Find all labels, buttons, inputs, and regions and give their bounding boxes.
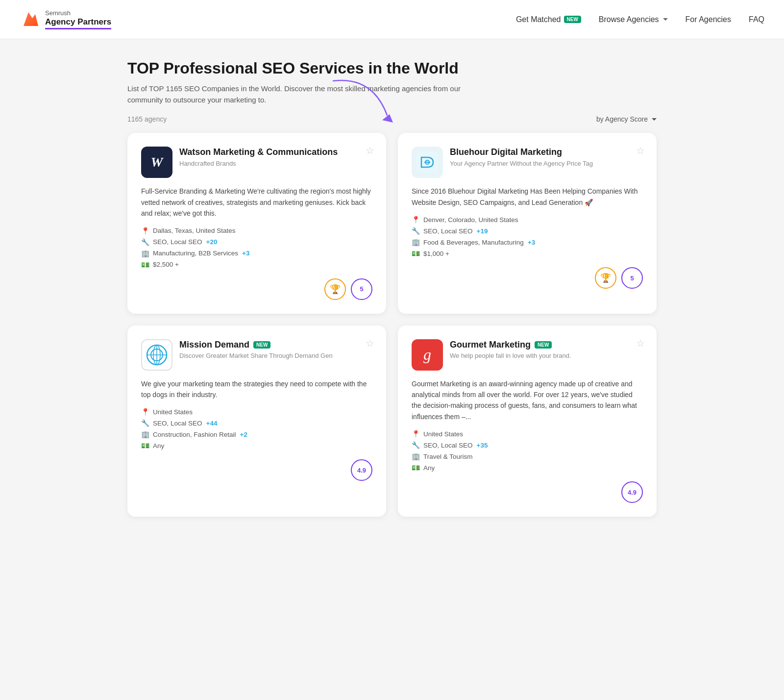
industries-extra-watson: +3 [242, 250, 249, 257]
mission-logo-svg [143, 341, 171, 369]
card-meta-bluehour: 📍 Denver, Colorado, United States 🔧 SEO,… [412, 216, 643, 257]
agency-name-mission: Mission Demand [179, 339, 249, 350]
services-extra-gourmet: +35 [477, 442, 488, 449]
location-row-gourmet: 📍 United States [412, 430, 643, 438]
budget-icon-bh: 💵 [412, 250, 419, 257]
nav-browse-agencies[interactable]: Browse Agencies [599, 15, 668, 24]
agency-logo-watson: W [141, 147, 172, 178]
card-header-bluehour: Bluehour Digital Marketing Your Agency P… [412, 147, 643, 178]
logo-area[interactable]: Semrush Agency Partners [20, 9, 111, 30]
new-badge-mission: new [253, 341, 270, 349]
favorite-star-bluehour[interactable]: ☆ [636, 145, 645, 156]
results-bar: 1165 agency by Agency Score [127, 115, 657, 123]
new-badge: new [564, 16, 581, 23]
page-title: TOP Professional SEO Services in the Wor… [127, 59, 657, 77]
services-row-bluehour: 🔧 SEO, Local SEO +19 [412, 227, 643, 235]
card-footer-bluehour: 🏆 5 [412, 267, 643, 289]
industries-row-bluehour: 🏢 Food & Beverages, Manufacturing +3 [412, 238, 643, 246]
results-count: 1165 agency [127, 115, 167, 123]
favorite-star-mission[interactable]: ☆ [366, 337, 374, 349]
agency-cards-grid: ☆ W Watson Marketing & Communications Ha… [127, 133, 657, 517]
agency-name-row-mission: Mission Demand new [179, 339, 372, 350]
card-footer-mission: 4.9 [141, 459, 372, 481]
location-icon-md: 📍 [141, 408, 149, 416]
score-badge-mission: 4.9 [351, 459, 372, 481]
card-meta-watson: 📍 Dallas, Texas, United States 🔧 SEO, Lo… [141, 227, 372, 269]
services-icon-md: 🔧 [141, 419, 149, 427]
agency-card-watson: ☆ W Watson Marketing & Communications Ha… [127, 133, 386, 313]
sort-control[interactable]: by Agency Score [596, 115, 657, 123]
card-footer-watson: 🏆 5 [141, 278, 372, 300]
location-row-mission: 📍 United States [141, 408, 372, 416]
industries-icon-md: 🏢 [141, 430, 149, 438]
services-extra-bluehour: +19 [477, 227, 488, 235]
agency-tagline-watson: Handcrafted Brands [179, 160, 372, 167]
bluehour-icon-svg [416, 151, 438, 173]
nav-faq[interactable]: FAQ [749, 15, 764, 24]
services-icon: 🔧 [141, 238, 149, 246]
industries-extra-mission: +2 [240, 431, 247, 438]
agency-tagline-gourmet: We help people fall in love with your br… [450, 352, 643, 359]
header: Semrush Agency Partners Get Matched new … [0, 0, 784, 39]
budget-icon: 💵 [141, 261, 149, 269]
logo-text: Semrush Agency Partners [45, 9, 111, 29]
budget-icon-md: 💵 [141, 442, 149, 450]
location-icon: 📍 [141, 227, 149, 235]
services-icon-gm: 🔧 [412, 441, 419, 449]
agency-name-gourmet: Gourmet Marketing [450, 339, 531, 350]
card-header-watson: W Watson Marketing & Communications Hand… [141, 147, 372, 178]
industries-icon-bh: 🏢 [412, 238, 419, 246]
favorite-star-watson[interactable]: ☆ [366, 145, 374, 156]
card-meta-mission: 📍 United States 🔧 SEO, Local SEO +44 🏢 C… [141, 408, 372, 450]
card-desc-bluehour: Since 2016 Bluehour Digital Marketing Ha… [412, 186, 643, 208]
page-subtitle: List of TOP 1165 SEO Companies in the Wo… [127, 83, 470, 105]
card-desc-gourmet: Gourmet Marketing is an award-winning ag… [412, 378, 643, 423]
card-meta-gourmet: 📍 United States 🔧 SEO, Local SEO +35 🏢 T… [412, 430, 643, 472]
score-badge-bluehour: 5 [621, 267, 643, 289]
industries-row-mission: 🏢 Construction, Fashion Retail +2 [141, 430, 372, 438]
services-extra-mission: +44 [206, 420, 218, 427]
trophy-badge-bluehour: 🏆 [595, 267, 616, 289]
agency-name-row-watson: Watson Marketing & Communications [179, 147, 372, 158]
industries-row-watson: 🏢 Manufacturing, B2B Services +3 [141, 250, 372, 257]
agency-tagline-bluehour: Your Agency Partner Without the Agency P… [450, 160, 643, 167]
budget-row-bluehour: 💵 $1,000 + [412, 250, 643, 257]
agency-tagline-mission: Discover Greater Market Share Through De… [179, 352, 372, 359]
industries-icon-gm: 🏢 [412, 452, 419, 460]
agency-info-gourmet: Gourmet Marketing new We help people fal… [450, 339, 643, 359]
agency-logo-bluehour [412, 147, 443, 178]
industries-row-gourmet: 🏢 Travel & Tourism [412, 452, 643, 460]
card-desc-watson: Full-Service Branding & Marketing We're … [141, 186, 372, 219]
agency-logo-mission [141, 339, 172, 371]
nav-get-matched[interactable]: Get Matched new [516, 15, 581, 24]
card-footer-gourmet: 4.9 [412, 481, 643, 503]
agency-info-mission: Mission Demand new Discover Greater Mark… [179, 339, 372, 359]
agency-card-gourmet: ☆ g Gourmet Marketing new We help people… [398, 325, 657, 517]
budget-row-watson: 💵 $2,500 + [141, 261, 372, 269]
industries-extra-bluehour: +3 [528, 239, 535, 246]
location-icon-gm: 📍 [412, 430, 419, 438]
score-badge-gourmet: 4.9 [621, 481, 643, 503]
score-badge-watson: 5 [351, 278, 372, 300]
services-row-mission: 🔧 SEO, Local SEO +44 [141, 419, 372, 427]
new-badge-gourmet: new [535, 341, 552, 349]
services-row-watson: 🔧 SEO, Local SEO +20 [141, 238, 372, 246]
main-nav: Get Matched new Browse Agencies For Agen… [516, 15, 764, 24]
favorite-star-gourmet[interactable]: ☆ [636, 337, 645, 349]
agency-info-bluehour: Bluehour Digital Marketing Your Agency P… [450, 147, 643, 167]
location-row-watson: 📍 Dallas, Texas, United States [141, 227, 372, 235]
main-content: TOP Professional SEO Services in the Wor… [108, 39, 676, 546]
card-desc-mission: We give your marketing team the strategi… [141, 378, 372, 400]
semrush-logo-icon [20, 9, 40, 30]
agency-name-watson: Watson Marketing & Communications [179, 147, 338, 158]
sort-chevron-icon [652, 118, 657, 121]
budget-row-gourmet: 💵 Any [412, 464, 643, 472]
location-row-bluehour: 📍 Denver, Colorado, United States [412, 216, 643, 224]
trophy-badge-watson: 🏆 [324, 278, 346, 300]
services-extra-watson: +20 [206, 238, 218, 246]
agency-name-row-bluehour: Bluehour Digital Marketing [450, 147, 643, 158]
location-icon-bh: 📍 [412, 216, 419, 224]
card-header-gourmet: g Gourmet Marketing new We help people f… [412, 339, 643, 371]
agency-info-watson: Watson Marketing & Communications Handcr… [179, 147, 372, 167]
nav-for-agencies[interactable]: For Agencies [686, 15, 731, 24]
